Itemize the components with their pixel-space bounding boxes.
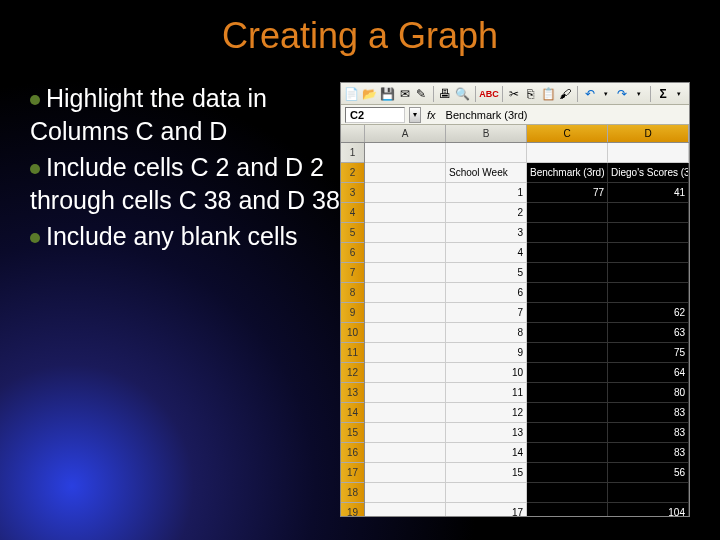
cell[interactable] bbox=[446, 483, 527, 503]
cell[interactable] bbox=[527, 143, 608, 163]
cell[interactable]: Benchmark (3rd) bbox=[527, 163, 608, 183]
cell[interactable]: 83 bbox=[608, 443, 689, 463]
cell[interactable]: School Week bbox=[446, 163, 527, 183]
cell[interactable] bbox=[608, 243, 689, 263]
formula-value[interactable]: Benchmark (3rd) bbox=[442, 108, 689, 122]
spell-icon[interactable]: ABC bbox=[481, 86, 497, 102]
cell[interactable] bbox=[527, 343, 608, 363]
cell[interactable] bbox=[527, 503, 608, 517]
cell[interactable] bbox=[527, 363, 608, 383]
cell[interactable]: 83 bbox=[608, 403, 689, 423]
cell[interactable]: 63 bbox=[608, 323, 689, 343]
cell[interactable] bbox=[365, 383, 446, 403]
select-all-corner[interactable] bbox=[341, 125, 365, 142]
cell[interactable] bbox=[365, 163, 446, 183]
cell[interactable] bbox=[365, 483, 446, 503]
cell[interactable] bbox=[527, 203, 608, 223]
print-icon[interactable]: 🖶 bbox=[439, 86, 452, 102]
cell[interactable]: 7 bbox=[446, 303, 527, 323]
column-header-a[interactable]: A bbox=[365, 125, 446, 142]
cell[interactable]: 14 bbox=[446, 443, 527, 463]
cell[interactable]: 77 bbox=[527, 183, 608, 203]
cell[interactable]: 17 bbox=[446, 503, 527, 517]
cell[interactable] bbox=[608, 263, 689, 283]
cell[interactable] bbox=[365, 223, 446, 243]
cell[interactable] bbox=[527, 263, 608, 283]
cell[interactable] bbox=[446, 143, 527, 163]
cell[interactable]: 75 bbox=[608, 343, 689, 363]
cell[interactable]: 41 bbox=[608, 183, 689, 203]
copy-icon[interactable]: ⎘ bbox=[524, 86, 537, 102]
cell[interactable] bbox=[365, 363, 446, 383]
cell[interactable]: 3 bbox=[446, 223, 527, 243]
row-header[interactable]: 16 bbox=[341, 443, 364, 463]
name-box[interactable]: C2 bbox=[345, 107, 405, 123]
cell[interactable]: 6 bbox=[446, 283, 527, 303]
cell[interactable] bbox=[527, 383, 608, 403]
row-header[interactable]: 8 bbox=[341, 283, 364, 303]
cell[interactable] bbox=[365, 503, 446, 517]
row-header[interactable]: 17 bbox=[341, 463, 364, 483]
row-header[interactable]: 10 bbox=[341, 323, 364, 343]
cell[interactable]: 64 bbox=[608, 363, 689, 383]
cell[interactable] bbox=[608, 483, 689, 503]
cell[interactable] bbox=[527, 483, 608, 503]
cell[interactable] bbox=[527, 323, 608, 343]
cell[interactable]: 13 bbox=[446, 423, 527, 443]
cell[interactable] bbox=[527, 463, 608, 483]
cell[interactable] bbox=[608, 143, 689, 163]
row-header[interactable]: 19 bbox=[341, 503, 364, 517]
new-doc-icon[interactable]: 📄 bbox=[344, 86, 359, 102]
cell[interactable]: 8 bbox=[446, 323, 527, 343]
cell[interactable] bbox=[365, 203, 446, 223]
cell[interactable] bbox=[527, 243, 608, 263]
cell[interactable] bbox=[608, 203, 689, 223]
cell[interactable]: 4 bbox=[446, 243, 527, 263]
cell[interactable]: 10 bbox=[446, 363, 527, 383]
column-header-d[interactable]: D bbox=[608, 125, 689, 142]
cell[interactable] bbox=[527, 423, 608, 443]
dropdown-icon[interactable]: ▾ bbox=[673, 86, 686, 102]
dropdown-icon[interactable]: ▾ bbox=[632, 86, 645, 102]
cut-icon[interactable]: ✂ bbox=[508, 86, 521, 102]
cell[interactable] bbox=[527, 283, 608, 303]
mail-icon[interactable]: ✉ bbox=[398, 86, 411, 102]
open-icon[interactable]: 📂 bbox=[362, 86, 377, 102]
preview-icon[interactable]: 🔍 bbox=[455, 86, 470, 102]
cell[interactable] bbox=[365, 283, 446, 303]
cell[interactable]: 12 bbox=[446, 403, 527, 423]
row-header[interactable]: 4 bbox=[341, 203, 364, 223]
row-header[interactable]: 2 bbox=[341, 163, 364, 183]
cell[interactable] bbox=[365, 303, 446, 323]
cell[interactable]: 9 bbox=[446, 343, 527, 363]
row-header[interactable]: 12 bbox=[341, 363, 364, 383]
row-header[interactable]: 5 bbox=[341, 223, 364, 243]
dropdown-icon[interactable]: ▾ bbox=[599, 86, 612, 102]
cell[interactable]: 11 bbox=[446, 383, 527, 403]
cell[interactable]: 83 bbox=[608, 423, 689, 443]
save-icon[interactable]: 💾 bbox=[380, 86, 395, 102]
cell[interactable] bbox=[365, 323, 446, 343]
cell[interactable] bbox=[527, 223, 608, 243]
cell[interactable] bbox=[365, 143, 446, 163]
cell[interactable] bbox=[608, 283, 689, 303]
cell[interactable]: 104 bbox=[608, 503, 689, 517]
cell[interactable] bbox=[365, 263, 446, 283]
cell[interactable] bbox=[527, 303, 608, 323]
row-header[interactable]: 14 bbox=[341, 403, 364, 423]
row-header[interactable]: 6 bbox=[341, 243, 364, 263]
column-header-c[interactable]: C bbox=[527, 125, 608, 142]
brush-icon[interactable]: 🖌 bbox=[559, 86, 572, 102]
cell[interactable] bbox=[365, 343, 446, 363]
row-header[interactable]: 11 bbox=[341, 343, 364, 363]
cell[interactable] bbox=[365, 423, 446, 443]
cell[interactable]: 5 bbox=[446, 263, 527, 283]
undo-icon[interactable]: ↶ bbox=[583, 86, 596, 102]
redo-icon[interactable]: ↷ bbox=[616, 86, 629, 102]
cell[interactable] bbox=[527, 443, 608, 463]
cell[interactable]: 1 bbox=[446, 183, 527, 203]
row-header[interactable]: 7 bbox=[341, 263, 364, 283]
row-header[interactable]: 1 bbox=[341, 143, 364, 163]
fx-label[interactable]: fx bbox=[427, 109, 436, 121]
edit-icon[interactable]: ✎ bbox=[414, 86, 427, 102]
